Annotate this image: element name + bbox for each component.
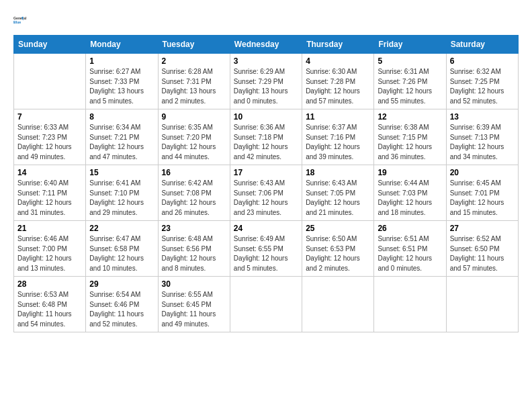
calendar-header-saturday: Saturday [446, 36, 518, 54]
calendar-cell: 17Sunrise: 6:43 AM Sunset: 7:06 PM Dayli… [230, 165, 302, 221]
day-number: 10 [234, 112, 298, 122]
day-info: Sunrise: 6:45 AM Sunset: 7:01 PM Dayligh… [450, 179, 515, 218]
day-number: 8 [89, 112, 154, 122]
day-info: Sunrise: 6:28 AM Sunset: 7:31 PM Dayligh… [162, 67, 226, 106]
day-info: Sunrise: 6:49 AM Sunset: 6:55 PM Dayligh… [234, 234, 298, 273]
day-info: Sunrise: 6:32 AM Sunset: 7:25 PM Dayligh… [450, 67, 515, 106]
day-number: 24 [234, 224, 298, 233]
calendar-header-wednesday: Wednesday [230, 36, 302, 54]
day-info: Sunrise: 6:44 AM Sunset: 7:03 PM Dayligh… [378, 179, 442, 218]
calendar-cell: 13Sunrise: 6:39 AM Sunset: 7:13 PM Dayli… [446, 109, 518, 165]
day-number: 11 [306, 112, 370, 122]
day-info: Sunrise: 6:30 AM Sunset: 7:28 PM Dayligh… [306, 67, 370, 106]
calendar-cell: 23Sunrise: 6:48 AM Sunset: 6:56 PM Dayli… [158, 221, 230, 277]
day-number: 20 [450, 168, 515, 177]
day-info: Sunrise: 6:33 AM Sunset: 7:23 PM Dayligh… [17, 123, 82, 162]
day-number: 14 [17, 168, 82, 177]
calendar-cell: 15Sunrise: 6:41 AM Sunset: 7:10 PM Dayli… [86, 165, 158, 221]
calendar-cell [302, 277, 374, 332]
calendar-cell: 22Sunrise: 6:47 AM Sunset: 6:58 PM Dayli… [86, 221, 158, 277]
day-info: Sunrise: 6:39 AM Sunset: 7:13 PM Dayligh… [450, 123, 515, 162]
calendar-header-row: SundayMondayTuesdayWednesdayThursdayFrid… [14, 36, 519, 54]
calendar-cell: 11Sunrise: 6:37 AM Sunset: 7:16 PM Dayli… [302, 109, 374, 165]
calendar-cell: 2Sunrise: 6:28 AM Sunset: 7:31 PM Daylig… [158, 54, 230, 109]
calendar-cell: 26Sunrise: 6:51 AM Sunset: 6:51 PM Dayli… [374, 221, 446, 277]
day-info: Sunrise: 6:34 AM Sunset: 7:21 PM Dayligh… [89, 123, 154, 162]
calendar-week-2: 7Sunrise: 6:33 AM Sunset: 7:23 PM Daylig… [14, 109, 519, 165]
calendar-cell: 4Sunrise: 6:30 AM Sunset: 7:28 PM Daylig… [302, 54, 374, 109]
calendar-cell: 10Sunrise: 6:36 AM Sunset: 7:18 PM Dayli… [230, 109, 302, 165]
calendar-cell: 8Sunrise: 6:34 AM Sunset: 7:21 PM Daylig… [86, 109, 158, 165]
calendar-week-4: 21Sunrise: 6:46 AM Sunset: 7:00 PM Dayli… [14, 221, 519, 277]
day-number: 25 [306, 224, 370, 233]
day-number: 21 [17, 224, 82, 233]
day-number: 3 [234, 56, 298, 66]
day-number: 27 [450, 224, 515, 233]
calendar-cell: 5Sunrise: 6:31 AM Sunset: 7:26 PM Daylig… [374, 54, 446, 109]
day-number: 29 [89, 279, 154, 289]
day-number: 19 [378, 168, 442, 177]
calendar-week-1: 1Sunrise: 6:27 AM Sunset: 7:33 PM Daylig… [14, 54, 519, 109]
day-info: Sunrise: 6:52 AM Sunset: 6:50 PM Dayligh… [450, 234, 515, 273]
calendar-cell: 1Sunrise: 6:27 AM Sunset: 7:33 PM Daylig… [86, 54, 158, 109]
svg-text:General: General [13, 16, 27, 20]
calendar-cell: 3Sunrise: 6:29 AM Sunset: 7:29 PM Daylig… [230, 54, 302, 109]
calendar-cell: 20Sunrise: 6:45 AM Sunset: 7:01 PM Dayli… [446, 165, 518, 221]
calendar-header-sunday: Sunday [14, 36, 86, 54]
day-info: Sunrise: 6:37 AM Sunset: 7:16 PM Dayligh… [306, 123, 370, 162]
day-info: Sunrise: 6:54 AM Sunset: 6:46 PM Dayligh… [89, 290, 154, 329]
calendar-cell: 29Sunrise: 6:54 AM Sunset: 6:46 PM Dayli… [86, 277, 158, 332]
day-number: 18 [306, 168, 370, 177]
day-number: 1 [89, 56, 154, 66]
day-number: 26 [378, 224, 442, 233]
day-number: 9 [162, 112, 226, 122]
day-info: Sunrise: 6:29 AM Sunset: 7:29 PM Dayligh… [234, 67, 298, 106]
calendar-cell: 14Sunrise: 6:40 AM Sunset: 7:11 PM Dayli… [14, 165, 86, 221]
calendar-cell: 21Sunrise: 6:46 AM Sunset: 7:00 PM Dayli… [14, 221, 86, 277]
day-info: Sunrise: 6:35 AM Sunset: 7:20 PM Dayligh… [162, 123, 226, 162]
day-info: Sunrise: 6:43 AM Sunset: 7:05 PM Dayligh… [306, 179, 370, 218]
day-info: Sunrise: 6:53 AM Sunset: 6:48 PM Dayligh… [17, 290, 82, 329]
day-number: 13 [450, 112, 515, 122]
day-number: 22 [89, 224, 154, 233]
day-number: 28 [17, 279, 82, 289]
day-number: 23 [162, 224, 226, 233]
day-info: Sunrise: 6:50 AM Sunset: 6:53 PM Dayligh… [306, 234, 370, 273]
day-info: Sunrise: 6:38 AM Sunset: 7:15 PM Dayligh… [378, 123, 442, 162]
calendar-header-thursday: Thursday [302, 36, 374, 54]
calendar-cell: 6Sunrise: 6:32 AM Sunset: 7:25 PM Daylig… [446, 54, 518, 109]
calendar-cell: 19Sunrise: 6:44 AM Sunset: 7:03 PM Dayli… [374, 165, 446, 221]
day-number: 2 [162, 56, 226, 66]
day-number: 4 [306, 56, 370, 66]
day-number: 30 [162, 279, 226, 289]
day-info: Sunrise: 6:48 AM Sunset: 6:56 PM Dayligh… [162, 234, 226, 273]
day-info: Sunrise: 6:47 AM Sunset: 6:58 PM Dayligh… [89, 234, 154, 273]
calendar-cell: 18Sunrise: 6:43 AM Sunset: 7:05 PM Dayli… [302, 165, 374, 221]
day-info: Sunrise: 6:55 AM Sunset: 6:45 PM Dayligh… [162, 290, 226, 329]
day-info: Sunrise: 6:27 AM Sunset: 7:33 PM Dayligh… [89, 67, 154, 106]
day-info: Sunrise: 6:31 AM Sunset: 7:26 PM Dayligh… [378, 67, 442, 106]
calendar-header-monday: Monday [86, 36, 158, 54]
calendar-cell: 24Sunrise: 6:49 AM Sunset: 6:55 PM Dayli… [230, 221, 302, 277]
calendar-cell [374, 277, 446, 332]
calendar-week-5: 28Sunrise: 6:53 AM Sunset: 6:48 PM Dayli… [14, 277, 519, 332]
page-header: General Blue [13, 11, 519, 30]
calendar-cell [446, 277, 518, 332]
calendar-header-tuesday: Tuesday [158, 36, 230, 54]
day-info: Sunrise: 6:36 AM Sunset: 7:18 PM Dayligh… [234, 123, 298, 162]
calendar-cell: 9Sunrise: 6:35 AM Sunset: 7:20 PM Daylig… [158, 109, 230, 165]
day-info: Sunrise: 6:43 AM Sunset: 7:06 PM Dayligh… [234, 179, 298, 218]
calendar-week-3: 14Sunrise: 6:40 AM Sunset: 7:11 PM Dayli… [14, 165, 519, 221]
day-number: 5 [378, 56, 442, 66]
calendar-cell [14, 54, 86, 109]
day-number: 6 [450, 56, 515, 66]
calendar-header-friday: Friday [374, 36, 446, 54]
calendar-cell: 12Sunrise: 6:38 AM Sunset: 7:15 PM Dayli… [374, 109, 446, 165]
day-info: Sunrise: 6:46 AM Sunset: 7:00 PM Dayligh… [17, 234, 82, 273]
calendar-table: SundayMondayTuesdayWednesdayThursdayFrid… [13, 35, 519, 332]
calendar-cell: 30Sunrise: 6:55 AM Sunset: 6:45 PM Dayli… [158, 277, 230, 332]
calendar-cell: 27Sunrise: 6:52 AM Sunset: 6:50 PM Dayli… [446, 221, 518, 277]
calendar-cell: 25Sunrise: 6:50 AM Sunset: 6:53 PM Dayli… [302, 221, 374, 277]
day-number: 15 [89, 168, 154, 177]
svg-text:Blue: Blue [13, 20, 21, 24]
